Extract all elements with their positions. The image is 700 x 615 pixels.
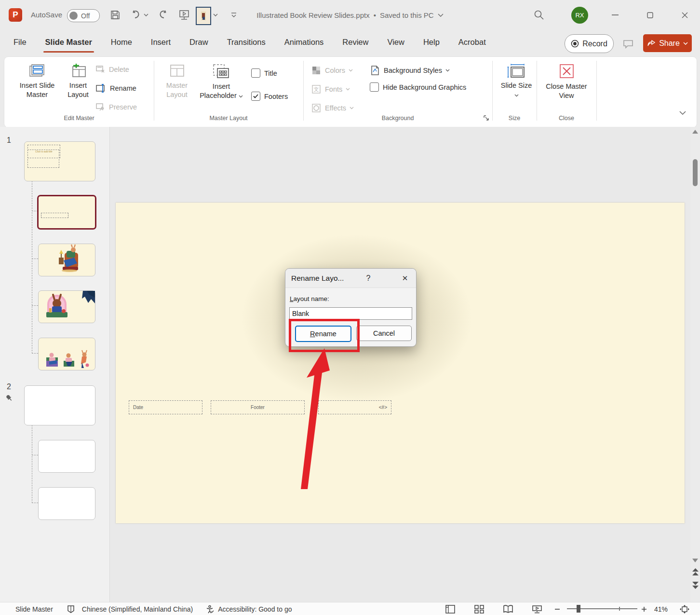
autosave-toggle[interactable]: Off bbox=[67, 9, 100, 22]
zoom-slider-midpoint bbox=[619, 607, 620, 611]
qat-image-button[interactable] bbox=[196, 7, 211, 25]
save-status[interactable]: Saved to this PC bbox=[380, 11, 434, 19]
dialog-close-button[interactable]: ✕ bbox=[399, 273, 411, 284]
minimize-button[interactable] bbox=[604, 0, 626, 30]
close-master-view-label: Close Master View bbox=[542, 82, 591, 100]
record-button[interactable]: Record bbox=[565, 34, 614, 53]
armchair-illustration bbox=[39, 244, 95, 276]
footers-checkbox[interactable] bbox=[251, 92, 260, 101]
tab-file[interactable]: File bbox=[13, 36, 27, 49]
title-chevron-icon[interactable] bbox=[438, 14, 444, 17]
zoom-slider-handle[interactable] bbox=[577, 605, 580, 613]
tab-review[interactable]: Review bbox=[341, 36, 369, 49]
slideshow-view-button[interactable] bbox=[532, 605, 542, 614]
language-status[interactable]: Chinese (Simplified, Mainland China) bbox=[82, 605, 193, 613]
rename-button-ribbon[interactable]: Rename bbox=[96, 81, 136, 96]
fonts-button[interactable]: 文 Fonts bbox=[312, 82, 350, 97]
fonts-icon: 文 bbox=[312, 85, 322, 94]
dialog-title-bar[interactable]: Rename Layo... ? ✕ bbox=[285, 269, 416, 288]
search-icon[interactable] bbox=[533, 9, 545, 21]
insert-slide-master-button[interactable]: Insert Slide Master bbox=[15, 61, 59, 99]
dialog-help-button[interactable]: ? bbox=[363, 273, 374, 284]
layout-thumbnail-selected[interactable] bbox=[37, 195, 96, 230]
zoom-in-button[interactable] bbox=[641, 606, 647, 612]
close-master-view-button[interactable]: Close Master View bbox=[542, 61, 591, 100]
footers-checkbox-row[interactable]: Footers bbox=[251, 92, 288, 101]
layout-thumbnail-blank-2[interactable] bbox=[38, 487, 95, 520]
date-placeholder[interactable]: Date bbox=[129, 400, 202, 414]
tab-help[interactable]: Help bbox=[422, 36, 441, 49]
save-icon[interactable] bbox=[109, 9, 121, 21]
previous-slide-button[interactable] bbox=[690, 568, 700, 576]
master-slide-thumbnail-1[interactable]: Click to add title bbox=[24, 141, 95, 181]
master-layout-button[interactable]: Master Layout bbox=[160, 61, 194, 99]
maximize-button[interactable] bbox=[639, 0, 661, 30]
tab-transitions[interactable]: Transitions bbox=[226, 36, 267, 49]
undo-icon[interactable] bbox=[129, 9, 142, 21]
tab-draw[interactable]: Draw bbox=[188, 36, 209, 49]
undo-chevron-icon[interactable] bbox=[143, 9, 149, 21]
layout-thumbnail-armchair[interactable] bbox=[38, 244, 95, 276]
reading-view-button[interactable] bbox=[503, 605, 513, 614]
slide-sorter-button[interactable] bbox=[474, 605, 484, 614]
slide-size-button[interactable]: Slide Size bbox=[499, 61, 534, 99]
vertical-scrollbar[interactable] bbox=[690, 127, 700, 602]
view-name[interactable]: Slide Master bbox=[15, 605, 53, 613]
scroll-up-icon[interactable] bbox=[690, 130, 700, 134]
size-group-label: Size bbox=[492, 115, 537, 124]
hide-background-graphics-row[interactable]: Hide Background Graphics bbox=[370, 82, 466, 92]
comments-button[interactable] bbox=[621, 38, 635, 50]
share-button[interactable]: Share bbox=[643, 34, 692, 52]
fit-slide-button[interactable] bbox=[680, 605, 689, 614]
zoom-out-button[interactable] bbox=[554, 606, 560, 612]
next-slide-button[interactable] bbox=[690, 581, 700, 589]
chevron-down-icon[interactable] bbox=[212, 9, 219, 21]
redo-icon[interactable] bbox=[157, 9, 170, 21]
slideshow-icon[interactable] bbox=[178, 9, 190, 21]
powerpoint-logo[interactable]: P bbox=[9, 8, 22, 22]
layout-thumbnail-figures[interactable] bbox=[38, 338, 95, 370]
background-styles-button[interactable]: Background Styles bbox=[370, 63, 450, 78]
hide-background-graphics-checkbox[interactable] bbox=[370, 82, 379, 92]
insert-layout-button[interactable]: Insert Layout bbox=[60, 61, 96, 99]
insert-placeholder-button[interactable]: Insert Placeholder bbox=[196, 61, 246, 100]
master-slide-thumbnail-2[interactable] bbox=[24, 385, 95, 425]
tab-insert[interactable]: Insert bbox=[150, 36, 172, 49]
title-checkbox[interactable] bbox=[251, 68, 260, 78]
avatar[interactable]: RX bbox=[571, 7, 588, 24]
title-checkbox-row[interactable]: Title bbox=[251, 68, 277, 78]
colors-button[interactable]: Colors bbox=[312, 63, 353, 78]
tab-home[interactable]: Home bbox=[110, 36, 133, 49]
accessibility-icon[interactable] bbox=[205, 605, 214, 614]
accessibility-status[interactable]: Accessibility: Good to go bbox=[218, 605, 292, 613]
layout-thumbnail-blank-1[interactable] bbox=[38, 440, 95, 473]
customize-qat-icon[interactable] bbox=[228, 9, 240, 21]
share-icon bbox=[647, 40, 656, 47]
scroll-down-icon[interactable] bbox=[690, 559, 700, 562]
tab-slide-master[interactable]: Slide Master bbox=[44, 36, 93, 49]
close-button[interactable] bbox=[673, 0, 696, 30]
tab-view[interactable]: View bbox=[386, 36, 405, 49]
figures-illustration bbox=[39, 338, 95, 370]
layout-thumbnail-desk[interactable] bbox=[38, 290, 95, 323]
tab-acrobat[interactable]: Acrobat bbox=[458, 36, 487, 49]
layout-name-input[interactable] bbox=[289, 307, 412, 320]
cancel-button[interactable]: Cancel bbox=[356, 326, 412, 341]
status-bar: Slide Master Chinese (Simplified, Mainla… bbox=[0, 602, 700, 615]
normal-view-button[interactable] bbox=[445, 605, 455, 614]
ribbon-collapse-icon[interactable] bbox=[679, 111, 686, 115]
close-master-view-icon bbox=[558, 64, 575, 79]
record-label: Record bbox=[582, 40, 607, 48]
scrollbar-thumb[interactable] bbox=[693, 159, 698, 186]
master-layout-label: Master Layout bbox=[160, 81, 194, 99]
effects-button[interactable]: Effects bbox=[312, 100, 354, 116]
cancel-label: Cancel bbox=[373, 329, 395, 337]
tab-animations[interactable]: Animations bbox=[283, 36, 325, 49]
preserve-button[interactable]: Preserve bbox=[96, 99, 137, 115]
zoom-level[interactable]: 41% bbox=[654, 605, 668, 613]
autosave-label: AutoSave bbox=[31, 11, 62, 19]
delete-button[interactable]: Delete bbox=[96, 62, 129, 77]
proofing-icon[interactable] bbox=[67, 605, 75, 614]
layout-name-label-accelerator: L bbox=[290, 295, 294, 302]
dialog-launcher-icon[interactable] bbox=[483, 115, 489, 121]
